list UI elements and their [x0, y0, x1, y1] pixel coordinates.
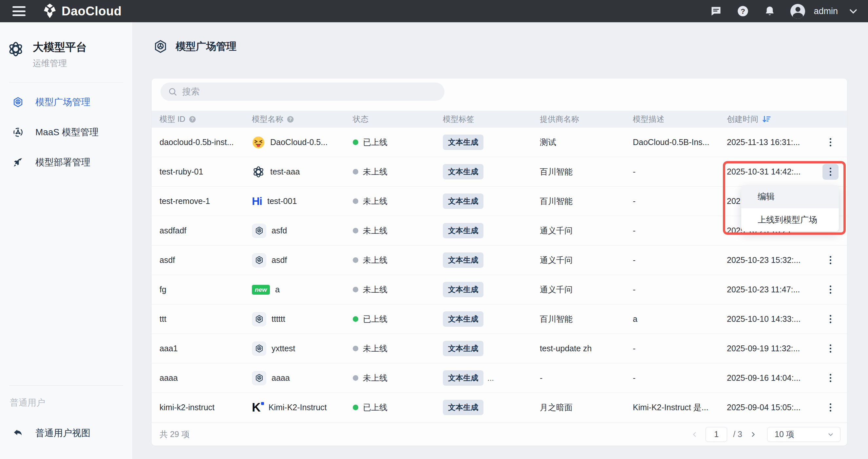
svg-text:?: ?	[191, 117, 194, 122]
status-label: 未上线	[363, 196, 388, 206]
table-row: asdfasdf未上线文本生成通义千问-2025-10-23 15:32:...	[152, 245, 847, 275]
model-name-cell: Hitest-001	[252, 195, 353, 207]
column-header: 模型 ID?	[159, 114, 252, 124]
search-icon	[168, 87, 178, 97]
model-hexagon-icon	[252, 371, 266, 385]
search-input[interactable]: 搜索	[160, 83, 444, 101]
status-dot	[353, 405, 358, 410]
user-avatar[interactable]	[790, 4, 805, 19]
table-row: daocloud-0.5b-inst...DaoCloud-0.5...已上线文…	[152, 128, 847, 157]
notifications-bell-icon[interactable]	[764, 5, 776, 18]
status-dot	[353, 198, 358, 204]
description-cell: Kimi-K2-Instruct 是...	[633, 402, 727, 413]
next-page-chevron-icon[interactable]	[748, 430, 758, 439]
created-time-cell: 2025-10-10 14:33:...	[727, 314, 820, 324]
page-number-input[interactable]: 1	[706, 427, 727, 442]
sidebar-item-label: 模型部署管理	[35, 156, 90, 169]
page-size-select[interactable]: 10 项	[767, 427, 840, 442]
product-header: 大模型平台 运维管理	[0, 22, 132, 69]
model-name-cell: asdf	[252, 253, 353, 267]
description-cell: -	[633, 344, 727, 353]
maas-network-icon	[12, 127, 24, 138]
model-id-cell: aaa1	[159, 344, 252, 353]
actions-cell	[820, 164, 849, 180]
tag-badge: 文本生成	[443, 135, 484, 150]
status-dot	[353, 257, 358, 263]
description-cell: -	[633, 285, 727, 294]
status-cell: 已上线	[353, 314, 443, 324]
username-label[interactable]: admin	[814, 6, 838, 17]
tag-badge: 文本生成	[443, 341, 484, 356]
context-menu-item-edit[interactable]: 编辑	[741, 185, 839, 208]
tag-badge: 文本生成	[443, 282, 484, 297]
sort-descending-icon[interactable]	[762, 114, 771, 124]
provider-cell: 百川智能	[540, 196, 633, 206]
description-cell: -	[633, 255, 727, 265]
sidebar-item-maas-models[interactable]: MaaS 模型管理	[0, 117, 132, 147]
sidebar-divider	[9, 385, 123, 386]
status-dot	[353, 287, 358, 292]
model-name-cell: test-aaa	[252, 165, 353, 178]
help-icon[interactable]: ?	[737, 5, 749, 18]
row-actions-kebab-button[interactable]	[823, 312, 839, 327]
user-menu-chevron-down-icon[interactable]	[847, 5, 860, 18]
model-name-text: asdf	[272, 255, 287, 265]
status-label: 已上线	[363, 314, 388, 324]
row-actions-kebab-button[interactable]	[823, 282, 839, 298]
prev-page-chevron-icon[interactable]	[690, 430, 700, 439]
tags-overflow-ellipsis: ...	[487, 373, 494, 383]
model-tags-cell: 文本生成...	[443, 370, 540, 386]
status-dot	[353, 169, 358, 174]
model-name-text: Kimi-K2-Instruct	[269, 403, 327, 412]
column-header[interactable]: 创建时间	[727, 114, 820, 124]
row-context-menu: 编辑 上线到模型广场	[741, 185, 839, 231]
actions-cell	[820, 341, 849, 357]
status-cell: 未上线	[353, 343, 443, 354]
back-arrow-icon	[12, 428, 24, 439]
brand-logo[interactable]: DaoCloud	[42, 3, 122, 19]
table-row: test-ruby-01test-aaa未上线文本生成百川智能-2025-10-…	[152, 157, 847, 187]
row-actions-kebab-button[interactable]	[823, 253, 839, 268]
status-cell: 已上线	[353, 137, 443, 147]
model-hexagon-icon	[252, 341, 266, 356]
model-id-cell: test-ruby-01	[159, 167, 252, 176]
model-name-cell: DaoCloud-0.5...	[252, 136, 353, 149]
feedback-icon[interactable]	[710, 5, 722, 18]
sidebar-item-label: 普通用户视图	[35, 427, 90, 439]
hamburger-menu-icon[interactable]	[12, 6, 26, 16]
table-row: aaaaaaaa未上线文本生成...--2025-09-16 14:04:...	[152, 363, 847, 393]
row-actions-kebab-button[interactable]	[823, 164, 839, 180]
model-name-text: aaaa	[272, 373, 290, 383]
provider-cell: 通义千问	[540, 225, 633, 236]
page-total-label: / 3	[733, 430, 742, 439]
status-label: 已上线	[363, 137, 388, 147]
description-cell: -	[633, 196, 727, 206]
actions-cell	[820, 135, 849, 150]
sidebar-item-model-plaza[interactable]: 模型广场管理	[0, 87, 132, 117]
row-actions-kebab-button[interactable]	[823, 400, 839, 416]
status-label: 未上线	[363, 225, 388, 236]
status-cell: 未上线	[353, 372, 443, 383]
model-name-text: a	[275, 285, 280, 294]
top-bar: DaoCloud ? admin	[0, 0, 868, 22]
rocket-icon	[12, 157, 24, 168]
provider-cell: -	[540, 373, 633, 383]
content-card: 搜索 批量导入 创建 模型 ID?模型名称?状态模型标签提供商名称模型描述创建时…	[152, 78, 847, 446]
created-time-cell: 2025-09-19 11:32:...	[727, 344, 820, 353]
sidebar-item-normal-user-view[interactable]: 普通用户视图	[0, 427, 132, 439]
model-id-cell: asdfadf	[159, 226, 252, 235]
status-cell: 未上线	[353, 225, 443, 236]
status-cell: 未上线	[353, 284, 443, 295]
table-row: kimi-k2-instructKKimi-K2-Instruct已上线文本生成…	[152, 393, 847, 422]
model-tags-cell: 文本生成	[443, 164, 540, 179]
model-name-text: yxttest	[272, 344, 295, 353]
model-id-cell: kimi-k2-instruct	[159, 403, 252, 412]
context-menu-item-publish[interactable]: 上线到模型广场	[741, 208, 839, 231]
row-actions-kebab-button[interactable]	[823, 341, 839, 357]
sidebar-item-model-deployment[interactable]: 模型部署管理	[0, 147, 132, 177]
row-actions-kebab-button[interactable]	[823, 135, 839, 150]
status-cell: 未上线	[353, 255, 443, 265]
row-actions-kebab-button[interactable]	[823, 370, 839, 386]
sidebar: 大模型平台 运维管理 模型广场管理	[0, 22, 133, 459]
chevron-down-icon	[827, 431, 834, 438]
